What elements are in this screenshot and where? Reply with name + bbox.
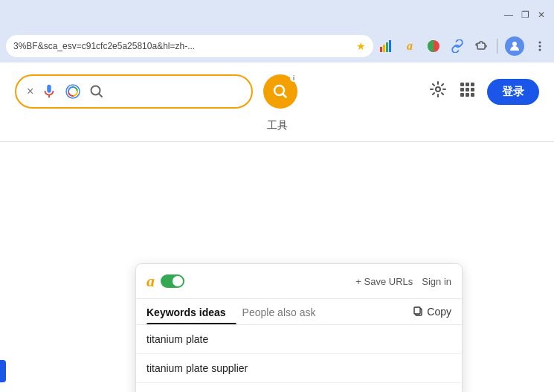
copy-icon	[413, 306, 423, 318]
lens-search-button[interactable]	[65, 83, 81, 100]
svg-rect-0	[380, 47, 382, 52]
search-box[interactable]: ×	[15, 74, 253, 109]
svg-rect-15	[471, 83, 474, 86]
svg-point-8	[539, 49, 541, 51]
toolbar-icons: a	[378, 36, 548, 56]
search-submit-button[interactable]	[263, 74, 297, 109]
tab-keywords-ideas[interactable]: Keywords ideas	[146, 299, 236, 324]
right-icons: 登录	[429, 79, 539, 105]
profile-icon[interactable]	[505, 36, 524, 56]
save-urls-button[interactable]: + Save URLs	[355, 276, 413, 287]
plugin-toggle[interactable]	[161, 274, 184, 288]
svg-rect-18	[471, 88, 474, 91]
search-icon[interactable]	[88, 83, 105, 100]
svg-point-7	[539, 45, 541, 48]
svg-rect-2	[386, 42, 388, 52]
restore-button[interactable]: ❐	[518, 8, 532, 22]
svg-point-5	[512, 42, 517, 46]
plugin-header-actions: + Save URLs Sign in	[355, 276, 451, 287]
extensions-icon[interactable]	[473, 38, 489, 54]
svg-rect-14	[466, 83, 469, 86]
apps-icon[interactable]	[459, 81, 475, 102]
page-content: ×	[0, 62, 554, 392]
plugin-popup: a + Save URLs Sign in Keywords ideas Peo…	[135, 263, 463, 392]
voice-search-button[interactable]	[41, 83, 57, 100]
svg-rect-20	[466, 93, 469, 97]
svg-point-12	[436, 87, 440, 91]
sign-in-button[interactable]: Sign in	[422, 276, 451, 287]
address-bar[interactable]: 3%BF&sca_esv=c91cfc2e5a25810a&hl=zh-... …	[6, 35, 373, 57]
keyword-item[interactable]: titanium plate supplier	[136, 354, 462, 383]
search-section: ×	[0, 62, 554, 116]
plugin-tabs: Keywords ideas People also ask Copy	[136, 299, 462, 325]
svg-point-6	[539, 42, 541, 44]
page-indicator	[0, 360, 6, 382]
close-button[interactable]: ✕	[535, 8, 548, 22]
tab-people-also-ask[interactable]: People also ask	[242, 299, 326, 324]
svg-rect-13	[460, 83, 464, 86]
keywords-list: titanium plate titanium plate supplier t…	[136, 325, 462, 392]
svg-rect-16	[460, 88, 464, 91]
link-icon[interactable]	[449, 38, 466, 54]
login-button[interactable]: 登录	[487, 79, 539, 105]
settings-icon[interactable]	[429, 80, 447, 103]
keyword-item[interactable]: titanium plate	[136, 325, 462, 354]
url-text: 3%BF&sca_esv=c91cfc2e5a25810a&hl=zh-...	[13, 41, 352, 51]
svg-rect-21	[471, 93, 474, 97]
semrush-icon[interactable]: a	[402, 38, 418, 54]
tools-label: 工具	[0, 116, 554, 142]
analytics-icon[interactable]	[378, 38, 394, 54]
keyword-item[interactable]: titanium alloy plate	[136, 383, 462, 392]
bookmark-icon[interactable]: ★	[356, 40, 366, 52]
clear-search-button[interactable]: ×	[27, 85, 33, 98]
copy-label: Copy	[427, 306, 451, 318]
browser-frame: — ❐ ✕ 3%BF&sca_esv=c91cfc2e5a25810a&hl=z…	[0, 0, 554, 392]
minimize-button[interactable]: —	[502, 8, 515, 22]
svg-rect-19	[460, 93, 464, 97]
plugin-logo: a	[146, 271, 155, 291]
copy-button[interactable]: Copy	[413, 306, 451, 318]
more-options-icon[interactable]	[532, 38, 548, 54]
plugin-header: a + Save URLs Sign in	[136, 264, 462, 299]
svg-rect-3	[389, 40, 391, 52]
svg-rect-23	[414, 307, 420, 314]
tab-bar: 3%BF&sca_esv=c91cfc2e5a25810a&hl=zh-... …	[0, 30, 554, 62]
chrome-top-bar: — ❐ ✕	[0, 0, 554, 30]
svg-rect-17	[466, 88, 469, 91]
toolbar-separator	[497, 39, 497, 54]
extension-icon-1[interactable]	[425, 38, 442, 54]
svg-rect-1	[383, 45, 385, 52]
